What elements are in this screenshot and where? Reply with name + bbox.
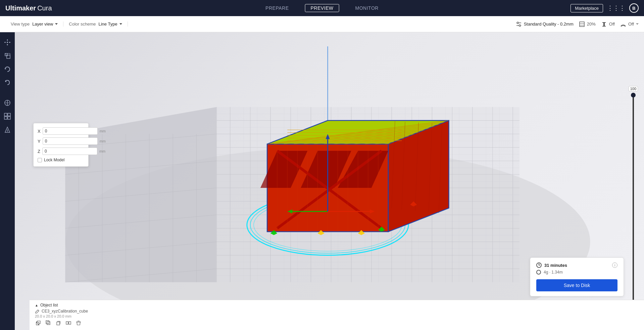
print-info-panel: 31 minutes i 4g · 1.34m Save to Disk bbox=[530, 257, 624, 296]
y-position-row: Y mm bbox=[38, 137, 84, 145]
svg-rect-7 bbox=[602, 22, 606, 23]
grid-icon[interactable]: ⋮⋮⋮ bbox=[607, 4, 625, 12]
print-time-row: 31 minutes i bbox=[536, 262, 617, 268]
arrange-icon bbox=[4, 113, 11, 120]
brand-name-light: Cura bbox=[37, 4, 52, 12]
color-scheme-select[interactable]: Line Type bbox=[98, 22, 122, 27]
tool-move[interactable] bbox=[1, 36, 13, 48]
object-name: CE3_xyzCalibration_cube bbox=[42, 309, 88, 314]
lock-checkbox[interactable] bbox=[38, 158, 42, 162]
object-dimensions: 20.0 x 20.0 x 20.0 mm bbox=[35, 314, 639, 318]
quality-button[interactable]: Standard Quality - 0.2mm bbox=[516, 21, 574, 27]
svg-point-14 bbox=[7, 42, 8, 43]
svg-point-3 bbox=[519, 25, 521, 26]
x-position-row: X mm bbox=[38, 127, 84, 135]
support-group: Off bbox=[601, 21, 615, 27]
tool-rotate[interactable] bbox=[1, 63, 13, 75]
top-navigation: Ultimaker Cura PREPARE PREVIEW MONITOR M… bbox=[0, 0, 644, 16]
y-unit: mm bbox=[100, 139, 106, 143]
color-scheme-value: Line Type bbox=[98, 22, 117, 27]
layer-top-value: 100 bbox=[629, 86, 638, 91]
brand-logo: Ultimaker Cura bbox=[5, 4, 52, 12]
infill-group: 20% bbox=[579, 21, 596, 27]
color-scheme-label: Color scheme bbox=[69, 22, 96, 27]
obj-action-duplicate[interactable] bbox=[45, 320, 52, 326]
toolbar: View type Layer view Color scheme Line T… bbox=[0, 16, 644, 32]
infill-value: 20% bbox=[587, 22, 596, 27]
object-list-header: ▲ Object list bbox=[35, 303, 639, 307]
print-weight-row: 4g · 1.34m bbox=[536, 270, 617, 275]
weight-icon bbox=[536, 270, 541, 275]
view-type-select[interactable]: Layer view bbox=[32, 22, 58, 27]
undo-icon bbox=[4, 79, 11, 86]
x-label: X bbox=[38, 129, 41, 134]
support-tool-icon bbox=[4, 126, 11, 133]
left-sidebar bbox=[0, 32, 15, 330]
tool-scale[interactable] bbox=[1, 50, 13, 62]
y-label: Y bbox=[38, 139, 41, 144]
obj-action-delete[interactable] bbox=[75, 320, 82, 326]
adhesion-value: Off bbox=[628, 22, 634, 27]
object-list-label: Object list bbox=[40, 303, 58, 307]
color-scheme-group: Color scheme Line Type bbox=[63, 22, 128, 27]
obj-action-cube[interactable] bbox=[35, 320, 42, 326]
nav-links: PREPARE PREVIEW MONITOR bbox=[263, 4, 381, 12]
object-actions bbox=[35, 320, 639, 326]
layer-slider: 100 bbox=[629, 86, 638, 313]
nav-right: Marketplace ⋮⋮⋮ B bbox=[571, 3, 639, 13]
user-avatar[interactable]: B bbox=[629, 3, 639, 13]
tool-support[interactable] bbox=[1, 124, 13, 136]
z-position-row: Z mm bbox=[38, 148, 84, 155]
position-panel: X mm Y mm Z mm Lock Model bbox=[33, 123, 89, 167]
svg-marker-13 bbox=[9, 42, 10, 43]
object-list-section: ▲ Object list CE3_xyzCalibration_cube 20… bbox=[35, 303, 639, 326]
collapse-icon[interactable]: ▲ bbox=[35, 303, 38, 307]
edit-icon[interactable] bbox=[35, 309, 40, 314]
svg-marker-11 bbox=[7, 44, 8, 45]
tool-arrange[interactable] bbox=[1, 110, 13, 122]
support-value: Off bbox=[609, 22, 615, 27]
info-icon[interactable]: i bbox=[612, 262, 617, 268]
nav-monitor[interactable]: MONITOR bbox=[353, 4, 381, 12]
print-time: 31 minutes bbox=[544, 263, 567, 268]
clock-icon bbox=[536, 262, 542, 268]
obj-action-copy[interactable] bbox=[55, 320, 62, 326]
lock-row: Lock Model bbox=[38, 158, 84, 162]
marketplace-button[interactable]: Marketplace bbox=[571, 4, 603, 12]
svg-point-1 bbox=[517, 22, 518, 24]
y-input[interactable] bbox=[43, 137, 98, 145]
nav-preview[interactable]: PREVIEW bbox=[305, 4, 339, 12]
svg-rect-8 bbox=[603, 23, 605, 26]
svg-rect-138 bbox=[46, 321, 49, 324]
slider-track[interactable] bbox=[633, 93, 634, 313]
tool-undo[interactable] bbox=[1, 77, 13, 89]
z-input[interactable] bbox=[42, 148, 97, 155]
svg-rect-27 bbox=[4, 117, 7, 119]
view-type-chevron bbox=[55, 23, 58, 25]
toolbar-right: Standard Quality - 0.2mm 20% Off Off bbox=[516, 21, 639, 27]
lock-label: Lock Model bbox=[44, 158, 64, 162]
scale-icon bbox=[4, 52, 11, 59]
svg-marker-10 bbox=[7, 39, 8, 40]
svg-rect-140 bbox=[66, 322, 68, 324]
svg-rect-139 bbox=[57, 322, 60, 325]
settings-sliders-icon bbox=[516, 21, 522, 27]
print-weight: 4g · 1.34m bbox=[544, 270, 563, 275]
tool-split[interactable] bbox=[1, 97, 13, 109]
adhesion-icon bbox=[620, 21, 626, 27]
slider-thumb-top[interactable] bbox=[631, 93, 636, 97]
svg-rect-141 bbox=[69, 322, 71, 324]
infill-icon bbox=[579, 21, 585, 27]
view-type-value: Layer view bbox=[32, 22, 53, 27]
object-item: CE3_xyzCalibration_cube bbox=[35, 309, 639, 314]
save-to-disk-button[interactable]: Save to Disk bbox=[536, 279, 617, 291]
nav-prepare[interactable]: PREPARE bbox=[263, 4, 291, 12]
x-input[interactable] bbox=[43, 127, 98, 135]
obj-action-split[interactable] bbox=[65, 320, 72, 326]
rotate-icon bbox=[4, 66, 11, 73]
color-scheme-chevron bbox=[119, 23, 122, 25]
quality-label: Standard Quality - 0.2mm bbox=[524, 22, 574, 27]
x-unit: mm bbox=[100, 129, 106, 133]
move-icon bbox=[4, 39, 11, 46]
viewport[interactable]: X mm Y mm Z mm Lock Model 100 bbox=[15, 32, 644, 330]
